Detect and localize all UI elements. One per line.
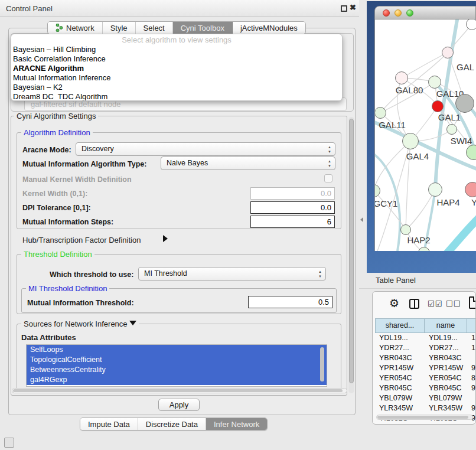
splitter-grip-icon[interactable]: [360, 217, 363, 222]
algorithm-option[interactable]: Mutual Information Inference: [11, 73, 342, 83]
network-node-label: GAL: [457, 62, 474, 72]
attributes-scrollbar[interactable]: [320, 347, 324, 381]
select-all-checkboxes-icon[interactable]: ☑☑: [428, 299, 442, 308]
algorithm-placeholder: Select algorithm to view settings: [11, 35, 342, 45]
deselect-all-checkboxes-icon[interactable]: ☐☐: [446, 299, 461, 308]
kernel-width-field[interactable]: 0.0: [250, 187, 335, 200]
network-node-label: SWI4: [451, 136, 472, 146]
close-panel-icon[interactable]: ✖: [350, 3, 356, 12]
mi-steps-label: Mutual Information Steps:: [22, 218, 113, 226]
control-panel-titlebar: Control Panel ✖: [0, 0, 359, 17]
network-node-hap2[interactable]: [400, 224, 411, 235]
mi-algorithm-type-label: Mutual Information Algorithm Type:: [22, 160, 146, 168]
algorithm-option[interactable]: Dream8 DC_TDC Algorithm: [11, 92, 342, 101]
float-panel-icon[interactable]: [341, 5, 347, 12]
sources-collapse-icon[interactable]: [129, 321, 136, 325]
table-row[interactable]: YBR045CYBR045C9.: [375, 383, 476, 393]
table-toolbar: ⚙ ☑☑ ☐☐: [373, 292, 476, 317]
mi-algorithm-type-combo[interactable]: Naive Bayes: [161, 156, 335, 170]
table-row[interactable]: YBL079WYBL079W: [375, 393, 476, 403]
network-node-gal1[interactable]: [432, 100, 444, 112]
network-node-gal10[interactable]: [428, 76, 441, 89]
network-node-label: GAL11: [379, 120, 406, 130]
column-selector-icon[interactable]: [409, 299, 419, 309]
table-column-header[interactable]: A: [467, 318, 476, 333]
network-node-label: GCY1: [374, 198, 397, 208]
table-cell: YER054C: [375, 373, 425, 383]
table-panel-divider: [359, 288, 476, 289]
table-panel: Table Panel ⚙ ☑☑ ☐☐ shared...nameA YDL19…: [359, 273, 476, 450]
network-node-hap4[interactable]: [428, 182, 442, 197]
algorithm-option[interactable]: ARACNE Algorithm: [11, 64, 342, 73]
network-edges: [375, 19, 476, 251]
network-node-y[interactable]: [465, 182, 476, 197]
tab-jactivemnodules[interactable]: jActiveMNodules: [233, 22, 305, 34]
dpi-tolerance-field[interactable]: 0.0: [250, 201, 335, 214]
table-cell: YER054C: [425, 373, 467, 383]
bottom-tabbar: Impute DataDiscretize DataInfer Network: [80, 418, 268, 431]
tab-discretize-data[interactable]: Discretize Data: [138, 418, 206, 430]
hub-definition-label: Hub/Transcription Factor Definition: [22, 236, 141, 244]
table-cell: YDR27...: [375, 343, 425, 353]
export-table-file-icon[interactable]: [469, 296, 476, 309]
mi-threshold-group-title: MI Threshold Definition: [26, 284, 109, 293]
table-cell: YPR145W: [375, 363, 425, 373]
settings-vertical-scrollbar[interactable]: [348, 117, 354, 393]
node-attribute-table[interactable]: shared...nameA YDL19...YDL19...13YDR27..…: [375, 318, 476, 414]
table-cell: 8.: [467, 373, 476, 383]
panel-corner-button[interactable]: [4, 438, 14, 448]
algorithm-option[interactable]: Basic Correlation Inference: [11, 54, 342, 64]
network-window-titlebar[interactable]: [374, 6, 476, 19]
manual-kernel-width-checkbox[interactable]: [324, 174, 332, 182]
minimize-window-icon[interactable]: [395, 9, 402, 17]
tab-network[interactable]: Network: [48, 22, 103, 34]
network-node-label: GAL80: [396, 85, 423, 95]
data-attribute-item[interactable]: gal4RGexp: [27, 375, 327, 385]
network-node-gal4[interactable]: [402, 133, 419, 149]
table-column-header[interactable]: shared...: [375, 318, 425, 333]
mi-threshold-field[interactable]: 0.5: [248, 296, 332, 308]
data-attributes-list[interactable]: SelfLoopsTopologicalCoefficientBetweenne…: [26, 344, 327, 387]
network-node[interactable]: [455, 94, 474, 113]
table-column-header[interactable]: name: [425, 318, 467, 333]
hub-expand-icon[interactable]: [163, 235, 168, 242]
aracne-mode-label: Aracne Mode:: [22, 146, 71, 154]
table-settings-gear-icon[interactable]: ⚙: [389, 296, 399, 310]
network-node-gal80[interactable]: [395, 71, 408, 84]
tab-style[interactable]: Style: [103, 22, 136, 34]
data-attribute-item[interactable]: TopologicalCoefficient: [27, 355, 327, 365]
threshold-definition-title: Threshold Definition: [21, 250, 94, 259]
tab-infer-network[interactable]: Infer Network: [206, 418, 267, 430]
table-panel-title: Table Panel: [376, 276, 416, 285]
algorithm-option[interactable]: Bayesian – K2: [11, 83, 342, 92]
network-node-gal11[interactable]: [374, 107, 386, 119]
table-row[interactable]: YER054CYER054C8.: [375, 373, 476, 383]
network-node[interactable]: [466, 19, 476, 30]
which-threshold-combo[interactable]: MI Threshold: [138, 267, 326, 281]
network-node-label: GAL4: [406, 151, 429, 161]
tab-cyni-toolbox[interactable]: Cyni Toolbox: [173, 22, 233, 34]
tab-impute-data[interactable]: Impute Data: [80, 418, 138, 430]
algorithm-option[interactable]: Bayesian – Hill Climbing: [11, 45, 342, 54]
table-row[interactable]: YPR145WYPR145W9.: [375, 363, 476, 373]
settings-horizontal-scrollbar[interactable]: [12, 388, 347, 393]
data-attribute-item[interactable]: SelfLoops: [27, 345, 327, 355]
tab-select[interactable]: Select: [136, 22, 173, 34]
table-row[interactable]: YBR043CYBR043C: [375, 353, 476, 363]
network-node-gal[interactable]: [442, 47, 454, 58]
table-row[interactable]: YLR345WYLR345W9.: [375, 403, 476, 413]
network-node-swi4[interactable]: [446, 124, 457, 135]
data-attribute-item[interactable]: BetweennessCentrality: [27, 365, 327, 375]
close-window-icon[interactable]: [383, 9, 390, 17]
network-canvas[interactable]: GALGAL80GAL10GAL1GAL11SWI4GAL4GCY1HAP4YH…: [374, 19, 476, 251]
control-panel: Control Panel ✖ NetworkStyleSelectCyni T…: [0, 0, 359, 450]
network-tab-icon: [56, 24, 63, 32]
table-cell: YPR145W: [425, 363, 467, 373]
apply-button[interactable]: Apply: [158, 399, 200, 411]
table-row[interactable]: YDL19...YDL19...13: [375, 333, 476, 343]
zoom-window-icon[interactable]: [406, 9, 413, 17]
table-horizontal-scrollbar[interactable]: [376, 415, 473, 420]
table-row[interactable]: YDR27...YDR27...12: [375, 343, 476, 353]
aracne-mode-combo[interactable]: Discovery: [76, 142, 335, 156]
mi-steps-field[interactable]: 6: [250, 216, 335, 228]
